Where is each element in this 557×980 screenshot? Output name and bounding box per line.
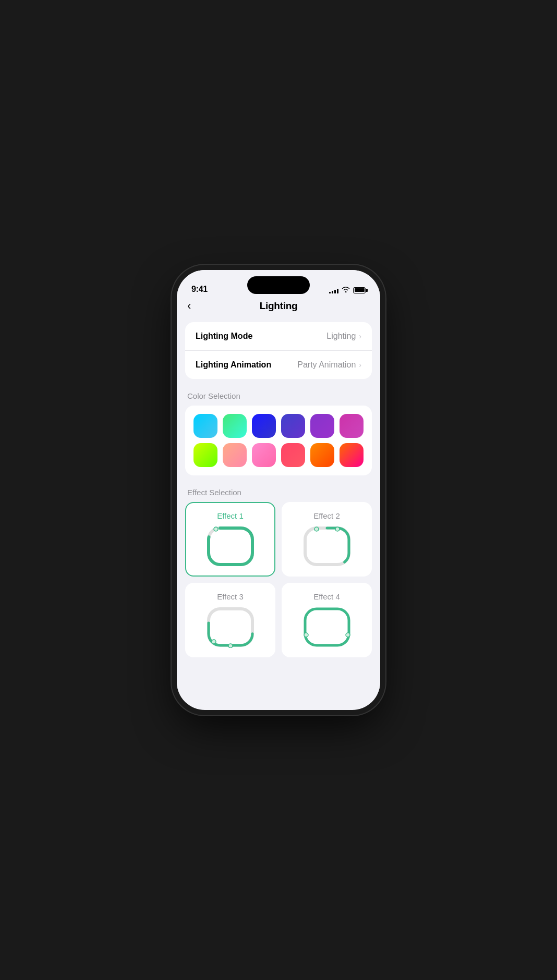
svg-rect-4 (305, 528, 349, 565)
effect-1-label: Effect 1 (217, 511, 244, 520)
settings-card: Lighting Mode Lighting › Lighting Animat… (185, 322, 372, 379)
color-swatch-cyan[interactable] (193, 414, 217, 438)
svg-rect-11 (305, 609, 349, 645)
chevron-right-icon-2: › (359, 361, 361, 369)
lighting-animation-value: Party Animation › (297, 360, 361, 370)
svg-point-10 (228, 644, 233, 648)
content-area: Lighting Mode Lighting › Lighting Animat… (177, 318, 380, 703)
effect-section-title: Effect Selection (187, 488, 372, 497)
effect-3-card[interactable]: Effect 3 (185, 583, 275, 657)
color-swatch-orange[interactable] (310, 443, 334, 467)
lighting-animation-label: Lighting Animation (196, 360, 271, 370)
signal-icon (329, 287, 338, 293)
svg-rect-0 (209, 528, 252, 565)
color-grid (193, 414, 364, 467)
lighting-animation-row[interactable]: Lighting Animation Party Animation › (185, 350, 372, 379)
back-button[interactable]: ‹ (187, 299, 191, 313)
svg-rect-1 (209, 528, 252, 565)
page-title: Lighting (260, 300, 298, 312)
color-swatch-peach[interactable] (223, 443, 247, 467)
effect-grid: Effect 1 Effect 2 (185, 502, 372, 657)
color-swatch-yellow-green[interactable] (193, 443, 217, 467)
phone-frame: 9:41 ‹ Lighting (177, 270, 380, 710)
color-swatch-coral[interactable] (281, 443, 305, 467)
color-swatch-purple[interactable] (310, 414, 334, 438)
wifi-icon (342, 286, 350, 294)
effect-2-label: Effect 2 (313, 511, 340, 520)
svg-point-6 (335, 527, 340, 531)
svg-point-9 (212, 640, 216, 644)
status-time: 9:41 (191, 285, 208, 294)
svg-rect-3 (305, 528, 349, 565)
effect-4-card[interactable]: Effect 4 (282, 583, 372, 657)
color-swatch-pink[interactable] (252, 443, 276, 467)
effect-1-card[interactable]: Effect 1 (185, 502, 275, 577)
lighting-mode-value: Lighting › (326, 332, 361, 341)
svg-point-12 (304, 633, 308, 637)
effect-3-label: Effect 3 (217, 592, 244, 601)
color-grid-card (185, 406, 372, 475)
color-swatch-blue[interactable] (252, 414, 276, 438)
effect-2-card[interactable]: Effect 2 (282, 502, 372, 577)
svg-point-2 (214, 527, 218, 531)
effect-3-visual (204, 606, 257, 648)
color-swatch-orange-pink[interactable] (340, 443, 364, 467)
svg-point-5 (314, 527, 319, 531)
status-icons (329, 286, 366, 294)
chevron-right-icon: › (359, 332, 361, 340)
color-swatch-magenta[interactable] (340, 414, 364, 438)
effect-4-label: Effect 4 (313, 592, 340, 601)
svg-point-13 (346, 633, 350, 637)
effect-4-visual (301, 606, 353, 648)
color-section-title: Color Selection (187, 391, 372, 400)
color-swatch-green[interactable] (223, 414, 247, 438)
dynamic-island (247, 276, 310, 294)
nav-bar: ‹ Lighting (177, 298, 380, 318)
battery-icon (353, 287, 366, 293)
effect-1-visual (204, 525, 257, 567)
lighting-mode-label: Lighting Mode (196, 332, 252, 341)
effect-2-visual (301, 525, 353, 567)
lighting-mode-row[interactable]: Lighting Mode Lighting › (185, 322, 372, 350)
color-swatch-indigo[interactable] (281, 414, 305, 438)
